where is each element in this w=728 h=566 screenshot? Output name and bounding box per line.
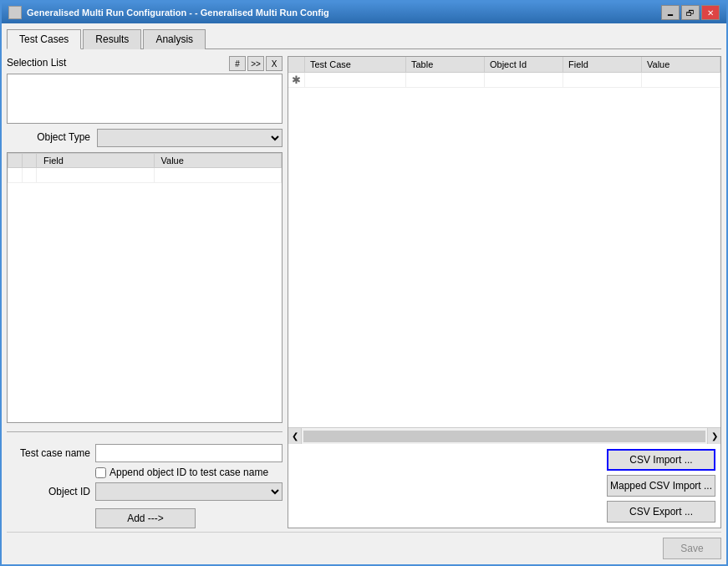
main-area: Selection List # >> X Object Type bbox=[7, 56, 721, 528]
tab-analysis[interactable]: Analysis bbox=[143, 29, 206, 49]
tab-results[interactable]: Results bbox=[83, 29, 141, 49]
selection-list-box[interactable] bbox=[7, 74, 283, 124]
selection-list-controls: # >> X bbox=[229, 56, 283, 71]
object-type-section: Object Type bbox=[7, 129, 283, 147]
title-bar: Generalised Multi Run Configuration - - … bbox=[2, 2, 726, 23]
divider bbox=[7, 431, 283, 432]
scroll-left-button[interactable]: ❮ bbox=[288, 428, 302, 444]
csv-import-button[interactable]: CSV Import ... bbox=[607, 449, 715, 471]
left-panel: Selection List # >> X Object Type bbox=[7, 56, 283, 528]
append-checkbox[interactable] bbox=[95, 467, 106, 478]
col-value-header: Value bbox=[154, 154, 282, 168]
right-row-fld bbox=[563, 73, 642, 87]
horizontal-scrollbar[interactable]: ❮ ❯ bbox=[288, 427, 720, 444]
col-icon-header bbox=[8, 154, 23, 168]
object-id-label: Object ID bbox=[7, 486, 90, 497]
close-button[interactable]: ✕ bbox=[701, 5, 720, 20]
csv-export-button[interactable]: CSV Export ... bbox=[607, 501, 715, 523]
hash-button[interactable]: # bbox=[229, 56, 246, 71]
scroll-right-button[interactable]: ❯ bbox=[707, 428, 720, 444]
right-col-table: Table bbox=[406, 57, 485, 72]
bottom-form: Test case name Append object ID to test … bbox=[7, 444, 283, 528]
object-id-select[interactable] bbox=[95, 482, 283, 501]
right-row-tc bbox=[305, 73, 406, 87]
restore-button[interactable]: 🗗 bbox=[681, 5, 700, 20]
right-col-idx bbox=[288, 57, 305, 72]
app-icon bbox=[8, 6, 22, 19]
right-row-oid bbox=[485, 73, 563, 87]
right-col-field: Field bbox=[563, 57, 642, 72]
window-title: Generalised Multi Run Configuration - - … bbox=[27, 8, 329, 18]
right-table-header: Test Case Table Object Id Field Value bbox=[288, 57, 720, 73]
object-type-select[interactable] bbox=[97, 129, 283, 147]
right-col-oid: Object Id bbox=[485, 57, 563, 72]
field-value-table: Field Value bbox=[7, 152, 283, 423]
right-col-value: Value bbox=[642, 57, 720, 72]
minimize-button[interactable]: 🗕 bbox=[661, 5, 680, 20]
right-star-row: ✱ bbox=[288, 73, 720, 88]
scroll-track[interactable] bbox=[303, 431, 705, 442]
tab-bar: Test Cases Results Analysis bbox=[7, 28, 721, 49]
tab-test-cases[interactable]: Test Cases bbox=[7, 29, 81, 49]
col-field-header: Field bbox=[37, 154, 155, 168]
star-cell: ✱ bbox=[288, 73, 305, 87]
object-type-label: Object Type bbox=[7, 131, 90, 143]
main-window: Generalised Multi Run Configuration - - … bbox=[0, 0, 728, 566]
add-button[interactable]: Add ---> bbox=[95, 508, 196, 528]
save-button[interactable]: Save bbox=[663, 538, 721, 559]
table-cell bbox=[154, 168, 282, 183]
window-content: Test Cases Results Analysis Selection Li… bbox=[2, 23, 726, 564]
right-row-val bbox=[642, 73, 720, 87]
append-label: Append object ID to test case name bbox=[109, 467, 268, 478]
footer-row: Save bbox=[7, 532, 721, 559]
arrows-button[interactable]: >> bbox=[247, 56, 264, 71]
object-type-row: Object Type bbox=[7, 129, 283, 147]
test-case-name-row: Test case name bbox=[7, 444, 283, 462]
right-table-body[interactable]: ✱ bbox=[288, 73, 720, 427]
table-cell bbox=[23, 168, 37, 183]
selection-list-section: Selection List # >> X bbox=[7, 56, 283, 124]
title-text: Generalised Multi Run Configuration - - … bbox=[8, 6, 329, 19]
col-color-header bbox=[23, 154, 37, 168]
window-controls: 🗕 🗗 ✕ bbox=[661, 5, 720, 20]
right-col-tc: Test Case bbox=[305, 57, 406, 72]
mapped-csv-import-button[interactable]: Mapped CSV Import ... bbox=[607, 475, 715, 497]
append-checkbox-row: Append object ID to test case name bbox=[95, 467, 283, 478]
right-panel: Test Case Table Object Id Field Value ✱ bbox=[288, 56, 721, 528]
test-case-name-label: Test case name bbox=[7, 447, 90, 459]
table-cell bbox=[37, 168, 155, 183]
table-row bbox=[8, 168, 282, 183]
test-case-name-input[interactable] bbox=[95, 444, 283, 462]
field-value-inner-table: Field Value bbox=[8, 153, 282, 183]
clear-button[interactable]: X bbox=[266, 56, 283, 71]
selection-list-header: Selection List # >> X bbox=[7, 56, 283, 71]
selection-list-label: Selection List bbox=[7, 57, 66, 69]
right-buttons: CSV Import ... Mapped CSV Import ... CSV… bbox=[288, 444, 720, 528]
object-id-row: Object ID bbox=[7, 482, 283, 501]
table-cell bbox=[8, 168, 23, 183]
right-row-tbl bbox=[406, 73, 485, 87]
